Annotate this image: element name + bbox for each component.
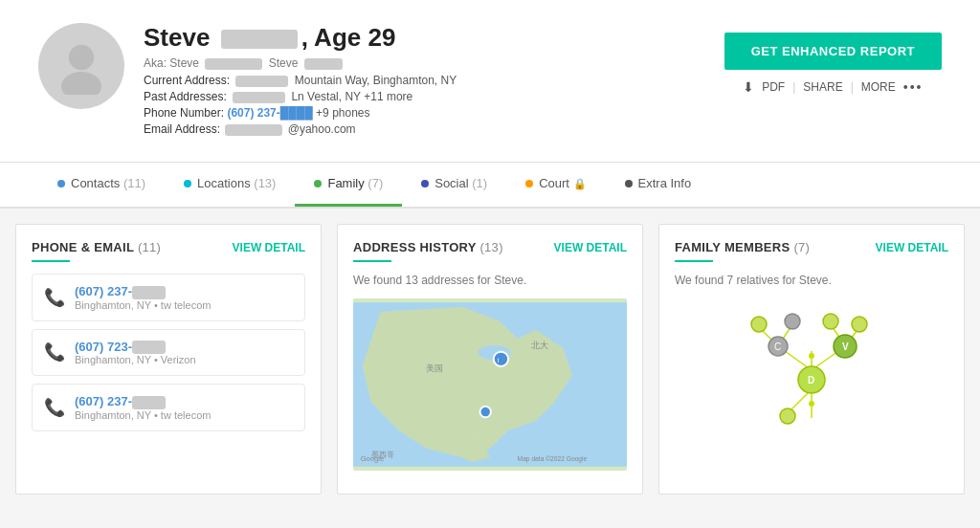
divider-1: |: [792, 80, 795, 94]
phone-email-header: PHONE & EMAIL (11) VIEW DETAIL: [32, 240, 305, 254]
profile-name: Steve , Age 29: [144, 23, 457, 53]
map-container: 美国 北大 墨西哥 i Google Map data ©2022 Google: [353, 298, 627, 471]
svg-text:V: V: [842, 341, 849, 352]
action-links-bar: ⬇ PDF | SHARE | MORE •••: [743, 79, 923, 95]
current-address-row: Current Address: Mountain Way, Binghamto…: [144, 74, 457, 87]
svg-point-0: [69, 45, 94, 70]
tab-court[interactable]: Court 🔒: [506, 163, 605, 207]
content-area: PHONE & EMAIL (11) VIEW DETAIL 📞 (607) 2…: [0, 209, 980, 510]
phone-number-2[interactable]: (607) 723-: [75, 340, 196, 355]
family-view-detail[interactable]: VIEW DETAIL: [876, 241, 948, 254]
phone-email-title: PHONE & EMAIL (11): [32, 240, 161, 254]
family-header: FAMILY MEMBERS (7) VIEW DETAIL: [675, 240, 948, 254]
family-title: FAMILY MEMBERS (7): [675, 240, 810, 254]
phone-email-view-detail[interactable]: VIEW DETAIL: [233, 241, 305, 254]
phone-icon-3: 📞: [44, 397, 65, 418]
share-link[interactable]: SHARE: [803, 80, 842, 94]
svg-point-30: [852, 317, 867, 332]
svg-text:D: D: [808, 375, 814, 385]
tab-extrainfo-label: Extra Info: [638, 176, 692, 190]
get-enhanced-report-button[interactable]: GET ENHANCED REPORT: [724, 33, 942, 70]
profile-info: Steve , Age 29 Aka: Steve Steve Current …: [144, 23, 457, 139]
address-header: ADDRESS HISTORY (13) VIEW DETAIL: [353, 240, 627, 254]
phone-email-panel: PHONE & EMAIL (11) VIEW DETAIL 📞 (607) 2…: [15, 224, 322, 495]
tab-court-label: Court 🔒: [539, 176, 586, 190]
phone-number-3[interactable]: (607) 237-: [75, 394, 211, 409]
svg-text:i: i: [498, 356, 500, 364]
svg-text:Map data ©2022 Google: Map data ©2022 Google: [518, 455, 588, 463]
pdf-link[interactable]: PDF: [762, 80, 785, 94]
svg-point-1: [61, 72, 101, 95]
phone-icon-2: 📞: [44, 341, 65, 363]
divider-2: |: [851, 80, 854, 94]
phone-icon-1: 📞: [44, 287, 65, 308]
map-svg: 美国 北大 墨西哥 i Google Map data ©2022 Google: [353, 298, 627, 471]
phone-sub-2: Binghamton, NY • Verizon: [75, 354, 196, 365]
lock-icon: 🔒: [573, 178, 587, 189]
family-dot: [314, 180, 322, 187]
family-members-panel: FAMILY MEMBERS (7) VIEW DETAIL We found …: [658, 224, 965, 495]
svg-point-33: [809, 401, 814, 407]
profile-left: Steve , Age 29 Aka: Steve Steve Current …: [38, 23, 457, 139]
tab-family-label: Family (7): [327, 176, 383, 190]
court-dot: [525, 180, 533, 187]
phone-sub-1: Binghamton, NY • tw telecom: [75, 299, 211, 311]
locations-dot: [184, 180, 191, 187]
tabs-section: Contacts (11) Locations (13) Family (7) …: [0, 163, 980, 209]
svg-point-29: [785, 314, 800, 329]
more-link[interactable]: MORE: [861, 80, 896, 94]
svg-text:Google: Google: [361, 454, 385, 463]
family-underline: [675, 260, 713, 262]
avatar: [38, 23, 124, 109]
svg-point-11: [480, 407, 491, 417]
tab-social-label: Social (1): [434, 176, 487, 190]
more-dots-icon: •••: [903, 79, 924, 95]
past-addresses-row: Past Addresses: Ln Vestal, NY +11 more: [144, 90, 457, 103]
address-title: ADDRESS HISTORY (13): [353, 240, 503, 254]
svg-point-9: [494, 352, 508, 366]
social-dot: [421, 180, 429, 187]
phone-email-underline: [32, 260, 70, 262]
phone-number-1[interactable]: (607) 237-: [75, 284, 211, 299]
tab-locations[interactable]: Locations (13): [165, 163, 295, 207]
avatar-icon: [53, 37, 110, 95]
profile-section: Steve , Age 29 Aka: Steve Steve Current …: [0, 0, 980, 163]
extrainfo-dot: [625, 180, 633, 187]
tab-social[interactable]: Social (1): [402, 163, 506, 207]
svg-text:C: C: [774, 341, 781, 352]
svg-point-28: [751, 317, 767, 332]
tab-extrainfo[interactable]: Extra Info: [606, 163, 711, 207]
phone-item-3: 📞 (607) 237- Binghamton, NY • tw telecom: [32, 384, 305, 431]
tab-contacts-label: Contacts (11): [71, 176, 145, 190]
address-history-panel: ADDRESS HISTORY (13) VIEW DETAIL We foun…: [337, 224, 643, 495]
phone-sub-3: Binghamton, NY • tw telecom: [75, 409, 211, 421]
tabs-nav: Contacts (11) Locations (13) Family (7) …: [38, 163, 942, 207]
family-desc: We found 7 relatives for Steve.: [675, 274, 948, 287]
tab-locations-label: Locations (13): [197, 176, 276, 190]
family-tree-svg: D V C: [740, 303, 883, 437]
phone-item-1: 📞 (607) 237- Binghamton, NY • tw telecom: [32, 274, 305, 321]
tab-family[interactable]: Family (7): [295, 163, 402, 207]
profile-actions: GET ENHANCED REPORT ⬇ PDF | SHARE | MORE…: [724, 23, 942, 95]
email-row: Email Address: @yahoo.com: [144, 122, 457, 136]
download-icon: ⬇: [743, 79, 754, 95]
address-view-detail[interactable]: VIEW DETAIL: [554, 241, 627, 254]
address-desc: We found 13 addresses for Steve.: [353, 274, 627, 287]
tab-contacts[interactable]: Contacts (11): [38, 163, 165, 207]
svg-point-31: [823, 314, 838, 329]
svg-point-32: [780, 408, 795, 424]
family-tree-area: D V C: [675, 298, 948, 442]
profile-aka: Aka: Steve Steve: [144, 56, 457, 70]
svg-text:北大: 北大: [531, 341, 548, 350]
svg-text:美国: 美国: [426, 363, 443, 373]
address-underline: [353, 260, 391, 262]
phone-row: Phone Number: (607) 237-████ +9 phones: [144, 106, 457, 120]
contacts-dot: [57, 180, 65, 187]
phone-item-2: 📞 (607) 723- Binghamton, NY • Verizon: [32, 329, 305, 377]
svg-point-34: [809, 353, 814, 359]
